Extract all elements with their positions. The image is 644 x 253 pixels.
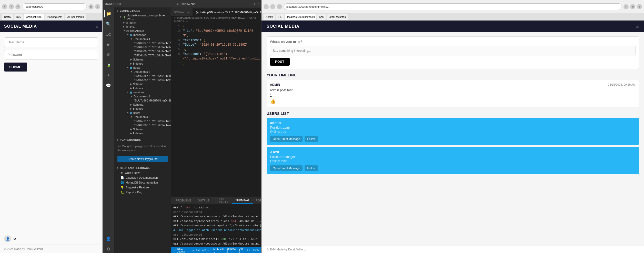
tab-ports[interactable]: PORTS 1: [253, 197, 261, 204]
doc-item[interactable]: "65f46908b737fd186d943b7a": [114, 123, 171, 127]
right-forward-button[interactable]: ›: [270, 4, 275, 9]
sessions-schema[interactable]: ▶ Schema: [114, 103, 171, 107]
copilot-icon[interactable]: ✦: [104, 71, 113, 79]
code-editor[interactable]: 1 { 2 "_id": "BqU7d96CMk0HMKi_mDmBQZ7H-K…: [171, 22, 261, 197]
doc-item[interactable]: "65f46b09b737fd186d943ba2": [114, 49, 171, 53]
create-playground-button[interactable]: Create New Playground: [117, 156, 168, 162]
help-mongodb-docs[interactable]: 🌐 MongoDB Documentation: [114, 180, 171, 185]
username-field[interactable]: [4, 37, 98, 47]
db-ch07[interactable]: ▶ 🗃 ch07: [114, 25, 171, 29]
address-bar[interactable]: localhost:3000: [22, 3, 87, 10]
extensions-icon[interactable]: ⊞: [104, 50, 113, 59]
sessions-documents[interactable]: ▼ Documents 1: [114, 94, 171, 98]
posts-schema[interactable]: ▶ Schema: [114, 82, 171, 86]
help-extension-docs[interactable]: 📄 Extension Documentation: [114, 175, 171, 180]
right-address-bar[interactable]: localhost:3000/api/posts/timeline...: [284, 3, 622, 10]
tab-problems[interactable]: PROBLEMS: [173, 197, 195, 204]
doc-item[interactable]: "65f46b10b737fd186d943ba6": [114, 53, 171, 57]
statusbar-chat[interactable]: ✦ chat: [192, 249, 200, 252]
like-button[interactable]: 👍: [270, 98, 636, 104]
doc-item[interactable]: "65f4693eb737fd186d943b80": [114, 74, 171, 78]
doc-item[interactable]: "65f46711b737fd186d943b71": [114, 119, 171, 123]
messages-documents[interactable]: ▼ Documents 4: [114, 37, 171, 41]
direct-message-button-jtest[interactable]: Open Direct Message: [270, 165, 303, 171]
cluster-item[interactable]: ▼ 🍃 cluster0.ynuwarp.mongodb.net con...: [114, 13, 171, 21]
help-suggest-feature[interactable]: 💡 Suggest a Feature: [114, 185, 171, 190]
sessions-indexes[interactable]: ▶ Indexes: [114, 107, 171, 111]
posts-documents[interactable]: ▼ Documents 2: [114, 70, 171, 74]
statusbar-errors[interactable]: ⊗ 0 ⚠ 0: [202, 249, 211, 252]
help-feedback-header[interactable]: ▼ HELP AND FEEDBACK: [114, 166, 171, 170]
back-button[interactable]: ‹: [2, 4, 7, 9]
tab-output[interactable]: OUTPUT: [195, 197, 212, 204]
source-control-icon[interactable]: ⎇: [104, 30, 113, 38]
close-icon[interactable]: ×: [258, 2, 259, 5]
right-tab-favorites[interactable]: other favorites: [327, 14, 348, 20]
extensions-button[interactable]: ⊞: [88, 4, 94, 9]
collection-users[interactable]: ▼ ▦ users: [114, 111, 171, 115]
tab-all-bookmarks[interactable]: All Bookmarks: [65, 14, 86, 20]
menu-icon[interactable]: ☰: [95, 25, 98, 28]
help-report-bug[interactable]: 🐛 Report a Bug: [114, 190, 171, 195]
doc-item[interactable]: "65f46a8eb737fd186d943b97": [114, 41, 171, 45]
right-tab-acer[interactable]: Acer: [317, 14, 326, 20]
statusbar-branch[interactable]: ⎇ WSL: Ubuntu: [173, 247, 190, 253]
tab-booking[interactable]: Booking.com: [45, 14, 64, 20]
right-tab-ics[interactable]: ICS: [276, 14, 284, 20]
settings-icon[interactable]: ⚙: [104, 245, 113, 253]
statusbar-ln-col[interactable]: Ln 1, Col 1: [213, 247, 224, 253]
users-schema[interactable]: ▶ Schema: [114, 127, 171, 131]
collection-posts[interactable]: ▼ ▦ posts: [114, 66, 171, 70]
right-menu-icon[interactable]: ☰: [636, 25, 639, 28]
users-indexes[interactable]: ▶ Indexes: [114, 131, 171, 135]
statusbar-spaces[interactable]: Spaces: 2: [226, 247, 237, 253]
statusbar-language[interactable]: JSON: [252, 249, 259, 252]
db-chatappdb[interactable]: ▼ 🗃 chatAppDB: [114, 29, 171, 33]
right-reload-button[interactable]: ↻: [277, 4, 282, 9]
db-admin[interactable]: ▶ 🗃 admin: [114, 21, 171, 25]
users-documents[interactable]: ▼ Documents 2: [114, 115, 171, 119]
mongodb-icon[interactable]: 🍃: [104, 61, 113, 69]
menu-button[interactable]: ⋮: [95, 4, 100, 9]
right-extensions-button[interactable]: ⊞: [630, 4, 635, 9]
doc-item[interactable]: "65f46be5b737fd186d943baf": [114, 78, 171, 82]
connections-header[interactable]: ▼ CONNECTIONS: [114, 8, 171, 13]
right-tab-netflix[interactable]: Netflix: [264, 14, 275, 20]
direct-message-button-admin[interactable]: Open Direct Message: [270, 136, 303, 142]
tab-active[interactable]: localhost:3000: [24, 14, 44, 20]
right-back-button[interactable]: ‹: [264, 4, 269, 9]
minimize-icon[interactable]: −: [251, 2, 253, 5]
playgrounds-header[interactable]: ▼ PLAYGROUNDS: [114, 137, 171, 142]
search-icon[interactable]: 🔍: [104, 20, 113, 28]
follow-button-jtest[interactable]: Follow: [305, 165, 318, 171]
statusbar-encoding[interactable]: UTF-8: [239, 247, 245, 253]
password-field[interactable]: [4, 50, 98, 59]
right-bookmark-button[interactable]: ☆: [623, 4, 629, 9]
chat-icon[interactable]: 💬: [104, 81, 113, 89]
right-menu-button[interactable]: ⋮: [637, 4, 642, 9]
doc-item[interactable]: "BqU7d96CMk0HMKi_mDmBQZ7...": [114, 98, 171, 103]
collection-sessions[interactable]: ▼ ▦ sessions: [114, 90, 171, 94]
posts-indexes[interactable]: ▶ Indexes: [114, 86, 171, 90]
accounts-icon[interactable]: 👤: [104, 235, 113, 243]
help-whats-new[interactable]: ★ What's New: [114, 170, 171, 175]
run-icon[interactable]: ▶: [104, 40, 113, 48]
tab-session-json[interactable]: {} chatAppDB.sessions:'BqU7d96CMk0HMKi_m…: [193, 8, 261, 16]
reload-button[interactable]: ↻: [15, 4, 21, 9]
right-tab-active[interactable]: localhost:3000/api/posts/...: [285, 14, 316, 20]
maximize-icon[interactable]: □: [254, 2, 256, 5]
messages-indexes[interactable]: ▶ Indexes: [114, 62, 171, 66]
doc-item[interactable]: "65f46ab3b737fd186d943b9b": [114, 45, 171, 49]
follow-button-admin[interactable]: Follow: [305, 136, 318, 142]
statusbar-line-ending[interactable]: LF: [247, 249, 250, 252]
settings-icon[interactable]: ⚙: [13, 237, 16, 241]
submit-button[interactable]: SUBMIT: [4, 63, 27, 72]
tab-ics[interactable]: ICS: [14, 14, 23, 20]
messages-schema[interactable]: ▶ Schema: [114, 57, 171, 62]
tab-debug-console[interactable]: DEBUG CONSOLE: [212, 197, 232, 204]
tab-dmview[interactable]: DMView.hbs: [171, 8, 193, 16]
tab-netflix[interactable]: Netflix: [2, 14, 13, 20]
post-input[interactable]: [270, 46, 636, 56]
forward-button[interactable]: ›: [9, 4, 14, 9]
explorer-icon[interactable]: 📁: [104, 9, 113, 18]
